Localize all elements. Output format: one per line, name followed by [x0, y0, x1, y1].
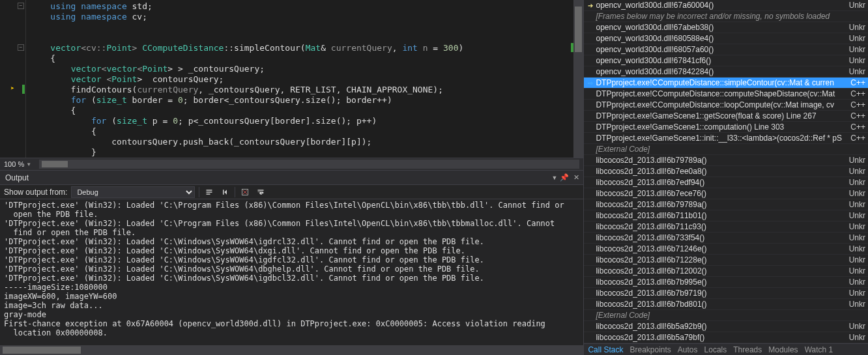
frame-language: Unkr [842, 200, 867, 209]
code-line[interactable]: using namespace std; [30, 1, 573, 12]
frame-icon: ➔ [585, 2, 596, 9]
close-icon[interactable]: ✕ [571, 173, 581, 182]
call-stack-frame[interactable]: libcocos2d_2013.dll!6b711b01()Unkr [584, 210, 868, 221]
frame-language: Unkr [842, 211, 867, 220]
toggle-word-wrap-icon[interactable] [255, 186, 267, 198]
code-line[interactable]: for (size_t p = 0; p<_contoursQuery[bord… [30, 116, 573, 126]
code-line[interactable]: vector<vector<Point> > _contoursQuery; [30, 64, 573, 74]
call-stack-frame[interactable]: opencv_world300d.dll!680588e4()Unkr [584, 33, 868, 44]
frame-language: Unkr [842, 333, 867, 342]
frame-language: Unkr [842, 300, 867, 309]
scrollbar-thumb[interactable] [575, 7, 582, 52]
frame-name: libcocos2d_2013.dll!6b71246e() [596, 244, 842, 253]
editor-vertical-scrollbar[interactable] [573, 0, 583, 158]
editor-zoom-bar: 100 % ▼ [0, 158, 583, 170]
frame-name: [External Code] [596, 145, 842, 154]
call-stack-frame[interactable]: libcocos2d_2013.dll!6b7edf94()Unkr [584, 177, 868, 188]
call-stack-frame[interactable]: libcocos2d_2013.dll!6b79789a()Unkr [584, 199, 868, 210]
find-message-icon[interactable] [203, 186, 215, 198]
frame-name: libcocos2d_2013.dll!6b5a92b9() [596, 322, 842, 331]
call-stack-frame[interactable]: [External Code] [584, 310, 868, 321]
code-line[interactable]: { [30, 126, 573, 137]
frame-name: opencv_world300d.dll!680588e4() [596, 34, 842, 43]
clear-all-icon[interactable] [239, 186, 251, 198]
output-line: 'DTPproject.exe' (Win32): Loaded 'C:\Win… [4, 237, 579, 246]
code-body[interactable]: using namespace std; using namespace cv;… [26, 0, 573, 158]
code-line[interactable]: vector <Point> contoursQuery; [30, 74, 573, 85]
call-stack-frame[interactable]: opencv_world300d.dll!68057a60()Unkr [584, 44, 868, 55]
collapse-toggle-icon[interactable]: − [18, 44, 24, 51]
frame-language: C++ [842, 78, 867, 87]
collapse-toggle-icon[interactable]: − [18, 3, 24, 9]
call-stack-frame[interactable]: libcocos2d_2013.dll!6b5a79bf()Unkr [584, 332, 868, 343]
code-line[interactable]: findContours(currentQuery, _contoursQuer… [30, 85, 573, 95]
frame-name: [External Code] [596, 311, 842, 320]
debug-tab-modules[interactable]: Modules [768, 345, 798, 354]
previous-icon[interactable] [219, 186, 231, 198]
scrollbar-thumb[interactable] [3, 347, 81, 354]
frame-icon: ⇨ [585, 79, 596, 87]
call-stack-frame[interactable]: [External Code] [584, 144, 868, 155]
call-stack-frame[interactable]: opencv_world300d.dll!67841cf6()Unkr [584, 55, 868, 66]
call-stack-frame[interactable]: libcocos2d_2013.dll!6b7bd801()Unkr [584, 299, 868, 310]
call-stack-frame[interactable]: opencv_world300d.dll!67abeb38()Unkr [584, 22, 868, 33]
code-editor[interactable]: −−➤ using namespace std; using namespace… [0, 0, 583, 158]
output-title: Output [3, 173, 29, 182]
call-stack-frame[interactable]: ⇨DTPproject.exe!CComputeDistance::simple… [584, 78, 868, 89]
call-stack-frame[interactable]: libcocos2d_2013.dll!6b712002()Unkr [584, 266, 868, 277]
output-body[interactable]: 'DTPproject.exe' (Win32): Loaded 'C:\Pro… [0, 199, 583, 345]
call-stack-frame[interactable]: libcocos2d_2013.dll!6b711c93()Unkr [584, 221, 868, 233]
debug-tab-autos[interactable]: Autos [678, 345, 698, 354]
frame-language: Unkr [842, 45, 867, 54]
call-stack-frame[interactable]: ➔opencv_world300d.dll!67a60004()Unkr [584, 0, 868, 11]
call-stack-frame[interactable]: libcocos2d_2013.dll!6b79789a()Unkr [584, 155, 868, 166]
debug-tab-watch-1[interactable]: Watch 1 [805, 345, 833, 354]
call-stack-frame[interactable]: DTPproject.exe!GameScene1::init::__l33::… [584, 133, 868, 144]
frame-name: [Frames below may be incorrect and/or mi… [596, 12, 842, 21]
call-stack-frame[interactable]: [Frames below may be incorrect and/or mi… [584, 11, 868, 22]
frame-name: libcocos2d_2013.dll!6b711b01() [596, 211, 842, 220]
call-stack-frame[interactable]: DTPproject.exe!GameScene1::computation()… [584, 122, 868, 133]
debug-tab-call-stack[interactable]: Call Stack [588, 345, 623, 354]
frame-language: Unkr [842, 255, 867, 264]
call-stack-frame[interactable]: libcocos2d_2013.dll!6b5a92b9()Unkr [584, 321, 868, 332]
frame-language: Unkr [842, 34, 867, 43]
code-line[interactable]: vector<cv::Point> CComputeDistance::simp… [30, 43, 573, 53]
call-stack-frame[interactable]: libcocos2d_2013.dll!6b7b995e()Unkr [584, 277, 868, 288]
call-stack-frame[interactable]: libcocos2d_2013.dll!6b71228e()Unkr [584, 255, 868, 266]
call-stack-frame[interactable]: opencv_world300d.dll!67842284()Unkr [584, 66, 868, 78]
call-stack-frame[interactable]: libcocos2d_2013.dll!6b71246e()Unkr [584, 244, 868, 255]
call-stack-list[interactable]: ➔opencv_world300d.dll!67a60004()Unkr[Fra… [584, 0, 868, 343]
output-source-select[interactable]: Debug [71, 186, 195, 198]
frame-name: DTPproject.exe!CComputeDistance::compute… [596, 89, 842, 98]
call-stack-frame[interactable]: DTPproject.exe!CComputeDistance::compute… [584, 89, 868, 100]
code-line[interactable] [30, 33, 573, 43]
debug-tab-threads[interactable]: Threads [733, 345, 762, 354]
window-position-icon[interactable]: ▼ [552, 175, 558, 181]
pin-icon[interactable]: 📌 [560, 173, 569, 182]
frame-name: opencv_world300d.dll!68057a60() [596, 45, 842, 54]
call-stack-frame[interactable]: libcocos2d_2013.dll!6b733f54()Unkr [584, 233, 868, 244]
call-stack-frame[interactable]: libcocos2d_2013.dll!6b7ece76()Unkr [584, 188, 868, 199]
code-line[interactable] [30, 22, 573, 33]
code-line[interactable]: } [30, 147, 573, 158]
zoom-level-dropdown[interactable]: 100 % ▼ [4, 160, 31, 168]
debug-tab-locals[interactable]: Locals [704, 345, 727, 354]
output-horizontal-scrollbar[interactable] [0, 345, 583, 355]
code-line[interactable]: { [30, 106, 573, 116]
call-stack-frame[interactable]: DTPproject.exe!GameScene1::getScore(floa… [584, 111, 868, 122]
frame-name: libcocos2d_2013.dll!6b7ece76() [596, 189, 842, 198]
call-stack-frame[interactable]: DTPproject.exe!CComputeDistance::loopCom… [584, 100, 868, 111]
code-line[interactable]: for (size_t border = 0; border<_contours… [30, 95, 573, 106]
code-line[interactable]: { [30, 53, 573, 64]
output-line: 'DTPproject.exe' (Win32): Loaded 'C:\Pro… [4, 201, 579, 210]
call-stack-frame[interactable]: libcocos2d_2013.dll!6b7ee0a8()Unkr [584, 166, 868, 177]
code-line[interactable]: using namespace cv; [30, 12, 573, 22]
frame-language: C++ [842, 89, 867, 98]
editor-horizontal-scrollbar[interactable] [39, 160, 579, 169]
call-stack-frame[interactable]: libcocos2d_2013.dll!6b7b9719()Unkr [584, 288, 868, 299]
output-line: open the PDB file. [4, 210, 579, 219]
scrollbar-thumb[interactable] [42, 161, 68, 167]
code-line[interactable]: contoursQuery.push_back(_contoursQuery[b… [30, 137, 573, 147]
debug-tab-breakpoints[interactable]: Breakpoints [629, 345, 671, 354]
